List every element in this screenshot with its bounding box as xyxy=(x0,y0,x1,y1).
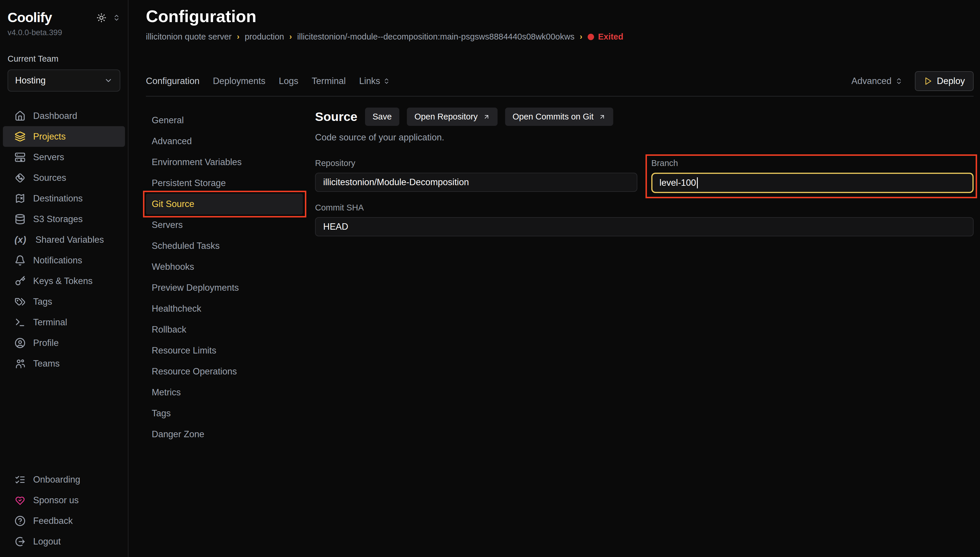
breadcrumb-environment[interactable]: production xyxy=(245,32,284,42)
sidebar-item-teams[interactable]: Teams xyxy=(3,353,125,374)
chevron-right-icon: › xyxy=(289,32,292,41)
layers-icon xyxy=(15,131,26,142)
sidebar-item-servers[interactable]: Servers xyxy=(3,147,125,168)
sidebar-footer-menu: Onboarding Sponsor us Feedback Logout xyxy=(0,469,128,552)
commit-sha-label: Commit SHA xyxy=(315,203,973,212)
play-icon xyxy=(924,77,932,85)
sidebar-item-feedback[interactable]: Feedback xyxy=(3,510,125,531)
subnav-git-source[interactable]: Git Source xyxy=(146,194,303,215)
subnav-danger-zone[interactable]: Danger Zone xyxy=(146,424,303,445)
subnav-resource-operations[interactable]: Resource Operations xyxy=(146,361,303,382)
sidebar-item-projects[interactable]: Projects xyxy=(3,126,125,147)
sidebar-item-notifications[interactable]: Notifications xyxy=(3,250,125,270)
key-icon xyxy=(15,275,26,287)
status-badge: Exited xyxy=(588,32,623,42)
heart-icon xyxy=(15,495,26,506)
arrow-up-right-icon xyxy=(483,113,490,121)
subnav-general[interactable]: General xyxy=(146,110,303,131)
subnav-preview-deployments[interactable]: Preview Deployments xyxy=(146,277,303,298)
tab-deployments[interactable]: Deployments xyxy=(213,76,265,86)
sidebar-item-label: Logout xyxy=(33,536,61,547)
sidebar-item-label: S3 Storages xyxy=(33,214,83,225)
save-button[interactable]: Save xyxy=(365,107,399,126)
sidebar-item-sources[interactable]: Sources xyxy=(3,168,125,188)
commit-sha-field: Commit SHA xyxy=(315,203,973,236)
breadcrumb: illicitonion quote server › production ›… xyxy=(146,32,623,42)
sidebar-item-label: Dashboard xyxy=(33,111,77,121)
subnav-environment-variables[interactable]: Environment Variables xyxy=(146,152,303,173)
sidebar: Coolify v4.0.0-beta.399 Current Team Hos… xyxy=(0,0,128,557)
open-repository-button[interactable]: Open Repository xyxy=(407,107,497,126)
sidebar-item-label: Servers xyxy=(33,152,64,163)
text-caret xyxy=(697,178,698,188)
sidebar-menu: Dashboard Projects Servers Sources Desti… xyxy=(0,106,128,374)
sidebar-item-label: Shared Variables xyxy=(36,235,104,245)
sidebar-item-sponsor-us[interactable]: Sponsor us xyxy=(3,490,125,510)
team-select-value: Hosting xyxy=(15,75,46,86)
subnav-persistent-storage[interactable]: Persistent Storage xyxy=(146,173,303,194)
deploy-button[interactable]: Deploy xyxy=(915,71,974,91)
map-icon xyxy=(15,193,26,204)
sidebar-item-label: Tags xyxy=(33,296,52,307)
sidebar-item-label: Sources xyxy=(33,173,66,183)
server-icon xyxy=(15,152,26,163)
tab-configuration[interactable]: Configuration xyxy=(146,76,199,86)
repository-input[interactable] xyxy=(315,173,637,192)
subnav-metrics[interactable]: Metrics xyxy=(146,382,303,403)
sidebar-item-tags[interactable]: Tags xyxy=(3,291,125,312)
home-icon xyxy=(15,111,26,122)
sidebar-item-profile[interactable]: Profile xyxy=(3,332,125,353)
sidebar-item-shared-variables[interactable]: (x) Shared Variables xyxy=(3,230,125,250)
chevrons-up-down-icon[interactable] xyxy=(113,14,120,21)
open-commits-button[interactable]: Open Commits on Git xyxy=(505,107,614,126)
app-version: v4.0.0-beta.399 xyxy=(0,25,128,37)
theme-sun-icon[interactable] xyxy=(96,13,106,23)
subnav-tags[interactable]: Tags xyxy=(146,403,303,424)
tab-links[interactable]: Links xyxy=(359,76,390,86)
commit-sha-input[interactable] xyxy=(315,217,973,236)
sidebar-item-label: Profile xyxy=(33,338,59,348)
source-description: Code source of your application. xyxy=(315,132,973,143)
branch-input[interactable]: level-100 xyxy=(651,173,973,193)
list-checks-icon xyxy=(15,474,26,485)
subnav-scheduled-tasks[interactable]: Scheduled Tasks xyxy=(146,236,303,256)
sidebar-item-destinations[interactable]: Destinations xyxy=(3,188,125,209)
breadcrumb-project[interactable]: illicitonion quote server xyxy=(146,32,232,42)
tab-logs[interactable]: Logs xyxy=(279,76,298,86)
git-source-panel: Source Save Open Repository Open Commits… xyxy=(315,104,973,557)
chevron-down-icon xyxy=(104,76,113,85)
subnav-healthcheck[interactable]: Healthcheck xyxy=(146,298,303,319)
tabs-row: Configuration Deployments Logs Terminal … xyxy=(146,69,973,93)
source-heading: Source xyxy=(315,109,358,124)
git-source-icon xyxy=(15,173,26,184)
sidebar-item-onboarding[interactable]: Onboarding xyxy=(3,469,125,490)
sidebar-item-dashboard[interactable]: Dashboard xyxy=(3,106,125,126)
subnav-advanced[interactable]: Advanced xyxy=(146,131,303,152)
sidebar-item-logout[interactable]: Logout xyxy=(3,531,125,552)
configuration-subnav: General Advanced Environment Variables P… xyxy=(146,104,303,557)
database-icon xyxy=(15,214,26,225)
sidebar-item-label: Notifications xyxy=(33,255,82,266)
terminal-icon xyxy=(15,317,26,328)
logout-icon xyxy=(15,536,26,547)
sidebar-item-terminal[interactable]: Terminal xyxy=(3,312,125,332)
tabs-divider xyxy=(146,96,973,96)
main-area: Configuration illicitonion quote server … xyxy=(129,0,980,557)
tags-icon xyxy=(15,296,26,307)
help-circle-icon xyxy=(15,515,26,526)
sidebar-item-s3-storages[interactable]: S3 Storages xyxy=(3,209,125,230)
subnav-servers[interactable]: Servers xyxy=(146,215,303,236)
advanced-dropdown[interactable]: Advanced xyxy=(852,76,903,86)
breadcrumb-application[interactable]: illicitestonion/-module--decomposition:m… xyxy=(297,32,574,42)
team-select[interactable]: Hosting xyxy=(8,70,120,91)
sidebar-item-keys-tokens[interactable]: Keys & Tokens xyxy=(3,270,125,291)
subnav-webhooks[interactable]: Webhooks xyxy=(146,256,303,277)
braces-x-icon: (x) xyxy=(15,235,28,245)
sidebar-item-label: Teams xyxy=(33,358,60,369)
subnav-rollback[interactable]: Rollback xyxy=(146,319,303,340)
subnav-resource-limits[interactable]: Resource Limits xyxy=(146,340,303,361)
tab-terminal[interactable]: Terminal xyxy=(312,76,346,86)
sidebar-item-label: Feedback xyxy=(33,516,73,526)
page-title: Configuration xyxy=(146,7,256,26)
repository-label: Repository xyxy=(315,158,637,168)
